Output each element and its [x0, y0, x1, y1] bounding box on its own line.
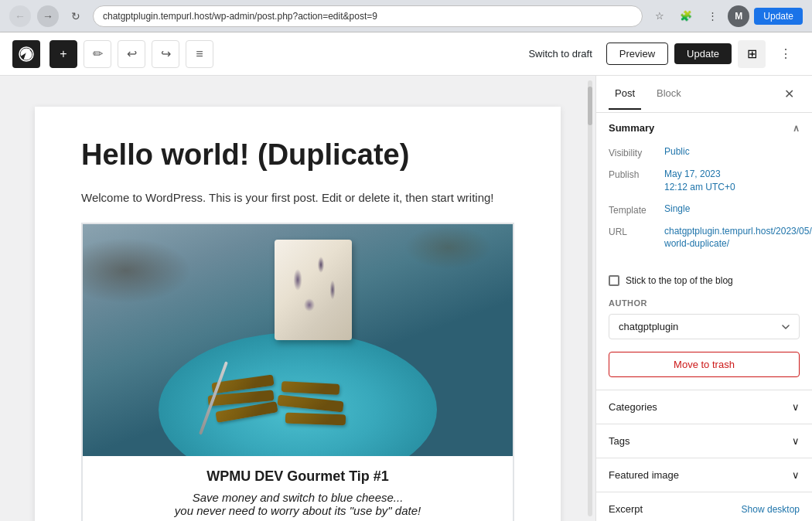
- image-caption-area: WPMU DEV Gourmet Tip #1 Save money and s…: [83, 456, 513, 521]
- author-section: AUTHOR chatgptplugin: [596, 298, 812, 352]
- stick-to-top: Stick to the top of the blog: [609, 275, 800, 286]
- url-label: URL: [609, 225, 664, 237]
- publish-field: Publish May 17, 2023 12:12 am UTC+0: [609, 168, 800, 194]
- author-label: AUTHOR: [609, 298, 800, 308]
- more-options-toolbar-button[interactable]: ⋮: [772, 40, 800, 68]
- wp-admin: + ✏ ↩ ↪ ≡ Switch to draft Preview Update…: [0, 32, 812, 521]
- wp-logo-icon: [19, 46, 34, 62]
- cheese-image: [83, 224, 513, 456]
- tags-header[interactable]: Tags ∨: [596, 424, 812, 458]
- add-block-button[interactable]: +: [49, 40, 77, 68]
- document-overview-button[interactable]: ≡: [186, 40, 213, 68]
- undo-button[interactable]: ↩: [118, 40, 145, 68]
- template-field: Template Single: [609, 203, 800, 216]
- sidebar-tabs: Post Block ✕: [596, 76, 812, 113]
- move-to-trash-button[interactable]: Move to trash: [609, 352, 800, 377]
- caption-title: WPMU DEV Gourmet Tip #1: [98, 468, 497, 485]
- visibility-label: Visibility: [609, 146, 664, 158]
- cheese-veins: [275, 240, 352, 340]
- sidebar-content[interactable]: Summary ∧ Visibility Public Publish May …: [596, 113, 812, 521]
- url-bar[interactable]: chatgptplugin.tempurl.host/wp-admin/post…: [93, 5, 643, 27]
- scrollbar-thumb[interactable]: [588, 87, 592, 125]
- editor-area[interactable]: Hello world! (Duplicate) Welcome to Word…: [0, 76, 595, 521]
- caption-body: you never need to worry about its "use b…: [98, 504, 497, 517]
- refresh-button[interactable]: ↻: [65, 5, 87, 27]
- post-image-block[interactable]: WPMU DEV Gourmet Tip #1 Save money and s…: [81, 223, 514, 521]
- tab-block[interactable]: Block: [650, 78, 687, 110]
- summary-fields: Visibility Public Publish May 17, 2023 1…: [596, 143, 812, 272]
- featured-image-placeholder: [83, 224, 513, 456]
- summary-chevron-icon: ∧: [793, 123, 800, 134]
- browser-actions: ☆ 🧩 ⋮ M Update: [649, 5, 803, 27]
- scrollbar-track[interactable]: [585, 76, 595, 521]
- browser-update-button[interactable]: Update: [754, 8, 803, 25]
- wp-toolbar: + ✏ ↩ ↪ ≡ Switch to draft Preview Update…: [0, 32, 812, 76]
- crackers: [204, 371, 374, 433]
- summary-section-header[interactable]: Summary ∧: [596, 113, 812, 143]
- featured-image-chevron-icon: ∨: [792, 469, 800, 481]
- url-value[interactable]: chatgptplugin.tempurl.host/2023/05/17/he…: [664, 225, 812, 251]
- visibility-value[interactable]: Public: [664, 146, 800, 157]
- url-field: URL chatgptplugin.tempurl.host/2023/05/1…: [609, 225, 800, 251]
- scrollbar-rail: [588, 80, 592, 516]
- categories-header[interactable]: Categories ∨: [596, 390, 812, 424]
- redo-icon: ↪: [161, 46, 171, 61]
- visibility-field: Visibility Public: [609, 146, 800, 158]
- sidebar-close-button[interactable]: ✕: [778, 83, 800, 105]
- cheese-block: [275, 240, 352, 340]
- featured-image-header[interactable]: Featured image ∨: [596, 458, 812, 492]
- sidebar: Post Block ✕ Summary ∧ Visibility: [595, 76, 812, 521]
- publish-value[interactable]: May 17, 2023 12:12 am UTC+0: [664, 168, 800, 194]
- publish-button[interactable]: Update: [674, 43, 732, 64]
- cracker-5: [278, 394, 344, 412]
- pencil-icon: ✏: [93, 46, 103, 61]
- featured-image-label: Featured image: [609, 469, 679, 481]
- template-value[interactable]: Single: [664, 203, 800, 214]
- tools-button[interactable]: ✏: [84, 40, 111, 68]
- excerpt-label: Excerpt: [609, 503, 643, 515]
- wp-main: Hello world! (Duplicate) Welcome to Word…: [0, 76, 812, 521]
- more-vertical-icon: ⋮: [780, 46, 792, 61]
- caption-subtitle: Save money and switch to blue cheese...: [98, 491, 497, 504]
- cracker-6: [285, 412, 346, 425]
- profile-button[interactable]: M: [728, 5, 749, 27]
- extensions-button[interactable]: 🧩: [675, 5, 697, 27]
- undo-icon: ↩: [127, 46, 137, 61]
- bookmark-button[interactable]: ☆: [649, 5, 670, 27]
- stick-to-top-label: Stick to the top of the blog: [626, 275, 733, 286]
- publish-date: May 17, 2023: [664, 169, 721, 179]
- categories-section: Categories ∨: [596, 390, 812, 424]
- categories-chevron-icon: ∨: [792, 401, 800, 413]
- author-select-wrapper: chatgptplugin: [609, 314, 800, 339]
- switch-to-draft-button[interactable]: Switch to draft: [520, 43, 599, 64]
- settings-icon: ⊞: [747, 46, 757, 61]
- close-icon: ✕: [784, 87, 794, 101]
- url-text: chatgptplugin.tempurl.host/wp-admin/post…: [103, 11, 377, 22]
- tags-chevron-icon: ∨: [792, 435, 800, 447]
- back-button[interactable]: ←: [9, 5, 31, 27]
- cracker-4: [281, 381, 340, 395]
- post-title[interactable]: Hello world! (Duplicate): [81, 138, 514, 173]
- stick-to-top-checkbox[interactable]: [609, 275, 619, 286]
- more-options-button[interactable]: ⋮: [701, 5, 723, 27]
- forward-button[interactable]: →: [37, 5, 59, 27]
- show-desktop-link[interactable]: Show desktop: [742, 504, 800, 515]
- preview-button[interactable]: Preview: [606, 43, 668, 65]
- browser-chrome: ← → ↻ chatgptplugin.tempurl.host/wp-admi…: [0, 0, 812, 32]
- post-body-text[interactable]: Welcome to WordPress. This is your first…: [81, 189, 514, 207]
- categories-label: Categories: [609, 401, 657, 413]
- tab-post[interactable]: Post: [609, 78, 641, 110]
- summary-label: Summary: [609, 122, 654, 134]
- list-icon: ≡: [196, 47, 203, 61]
- wp-logo: [12, 40, 40, 68]
- redo-button[interactable]: ↪: [152, 40, 179, 68]
- author-select[interactable]: chatgptplugin: [609, 314, 800, 339]
- excerpt-section: Excerpt Show desktop: [596, 492, 812, 521]
- summary-section: Summary ∧ Visibility Public Publish May …: [596, 113, 812, 390]
- add-icon: +: [60, 47, 67, 61]
- template-label: Template: [609, 203, 664, 216]
- settings-button[interactable]: ⊞: [738, 40, 766, 68]
- publish-time: 12:12 am UTC+0: [664, 182, 735, 192]
- featured-image-section: Featured image ∨: [596, 458, 812, 492]
- tags-label: Tags: [609, 435, 629, 447]
